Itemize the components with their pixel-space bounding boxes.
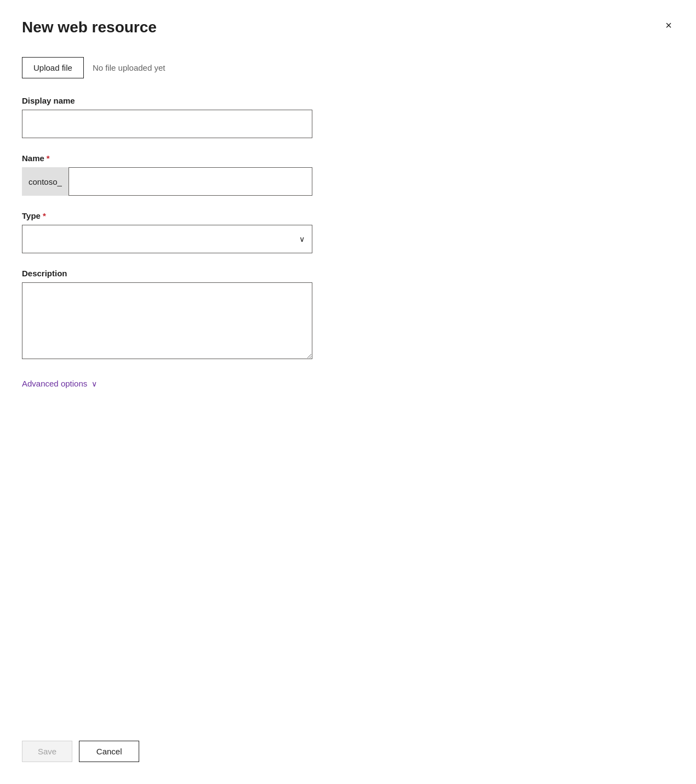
save-button[interactable]: Save — [22, 741, 72, 762]
name-input[interactable] — [22, 167, 312, 196]
display-name-label: Display name — [22, 96, 674, 105]
upload-section: Upload file No file uploaded yet — [22, 57, 674, 78]
description-input[interactable] — [22, 282, 312, 359]
type-select-wrapper: HTML (Web Page) CSS (Style Sheet) Script… — [22, 225, 312, 253]
upload-status: No file uploaded yet — [93, 63, 166, 72]
display-name-input[interactable] — [22, 110, 312, 138]
name-group: Name * contoso_ — [22, 154, 674, 196]
type-select[interactable]: HTML (Web Page) CSS (Style Sheet) Script… — [22, 225, 312, 253]
description-label: Description — [22, 269, 674, 278]
close-button[interactable]: × — [663, 18, 674, 33]
name-input-wrapper: contoso_ — [22, 167, 312, 196]
form-section: Display name Name * contoso_ Type * — [22, 96, 674, 390]
description-group: Description — [22, 269, 674, 359]
advanced-options-button[interactable]: Advanced options ∨ — [22, 377, 674, 390]
name-label: Name * — [22, 154, 674, 163]
type-required-star: * — [43, 211, 46, 220]
new-web-resource-dialog: New web resource × Upload file No file u… — [0, 0, 696, 784]
display-name-group: Display name — [22, 96, 674, 138]
dialog-footer: Save Cancel — [22, 708, 674, 762]
cancel-button[interactable]: Cancel — [79, 741, 139, 762]
dialog-header: New web resource × — [22, 18, 674, 37]
type-group: Type * HTML (Web Page) CSS (Style Sheet)… — [22, 211, 674, 253]
advanced-options-chevron-icon: ∨ — [92, 379, 97, 388]
advanced-options-label: Advanced options — [22, 379, 87, 388]
dialog-content: Upload file No file uploaded yet Display… — [22, 57, 674, 708]
name-required-star: * — [47, 154, 50, 163]
type-label: Type * — [22, 211, 674, 220]
upload-file-button[interactable]: Upload file — [22, 57, 84, 78]
dialog-title: New web resource — [22, 18, 157, 37]
